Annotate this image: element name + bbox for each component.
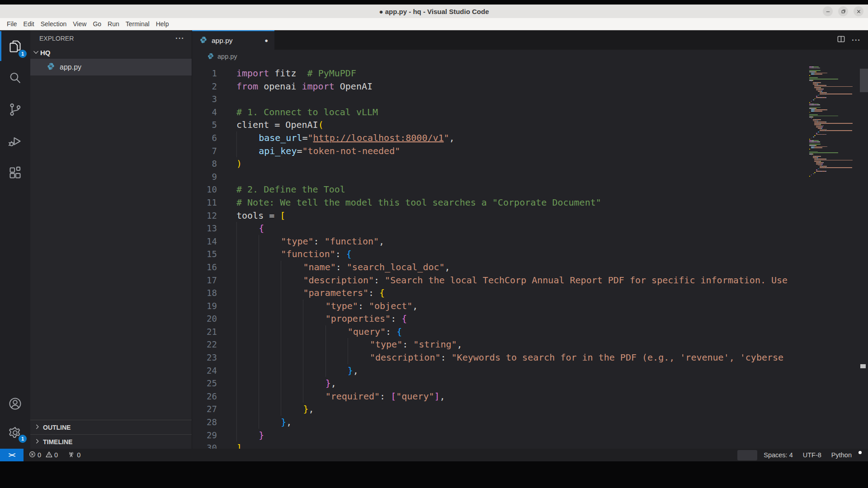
line-number: 8 — [192, 157, 217, 170]
panel-timeline[interactable]: TIMELINE — [30, 434, 192, 449]
line-number: 27 — [192, 403, 217, 416]
line-number: 6 — [192, 131, 217, 145]
breadcrumb[interactable]: app.py — [192, 50, 868, 63]
menu-bar: FileEditSelectionViewGoRunTerminalHelp — [0, 18, 868, 30]
panel-outline[interactable]: OUTLINE — [30, 420, 192, 434]
activity-accounts[interactable] — [0, 389, 30, 418]
code-line: 19"type": "object", — [192, 300, 809, 313]
code-line: 29} — [192, 429, 809, 442]
line-number: 9 — [192, 170, 217, 183]
minimap[interactable] — [809, 66, 859, 449]
sidebar-header: EXPLORER ··· — [30, 30, 192, 47]
activity-bar: 11 — [0, 30, 30, 449]
line-number: 4 — [192, 106, 217, 119]
editor-actions: ··· — [837, 30, 868, 50]
activity-explorer[interactable]: 1 — [0, 30, 30, 62]
notifications-bell[interactable] — [858, 451, 862, 459]
line-number: 11 — [192, 196, 217, 209]
error-icon — [29, 451, 36, 459]
more-actions-icon[interactable]: ··· — [175, 34, 184, 43]
tab-app-py[interactable]: app.py ● — [192, 30, 274, 50]
chevron-right-icon — [34, 438, 41, 446]
line-number: 18 — [192, 286, 217, 300]
code-line: 14"type": "function", — [192, 235, 809, 248]
code-line: 28}, — [192, 416, 809, 429]
code-line: 2from openai import OpenAI — [192, 80, 809, 93]
menu-run[interactable]: Run — [104, 18, 123, 30]
chevron-right-icon — [34, 423, 41, 432]
ports-indicator[interactable]: 0 — [64, 449, 84, 461]
close-button[interactable] — [854, 6, 863, 16]
window-controls — [823, 6, 863, 16]
code-editor[interactable]: 1import fitz # PyMuPDF2from openai impor… — [192, 67, 809, 449]
activity-run-debug[interactable] — [0, 125, 30, 157]
line-number: 21 — [192, 325, 217, 338]
split-editor-icon[interactable] — [837, 35, 845, 45]
line-number: 15 — [192, 248, 217, 261]
code-line: 5client = OpenAI( — [192, 118, 809, 131]
line-number: 13 — [192, 222, 217, 235]
code-line: 10# 2. Define the Tool — [192, 183, 809, 196]
minimize-button[interactable] — [823, 6, 833, 16]
file-name: app.py — [60, 63, 81, 71]
menu-edit[interactable]: Edit — [20, 18, 38, 30]
zoom-indicator[interactable] — [737, 450, 757, 460]
scrollbar-slider[interactable] — [860, 69, 868, 92]
code-line: 15"function": { — [192, 248, 809, 261]
activity-extensions[interactable] — [0, 157, 30, 188]
menu-view[interactable]: View — [70, 18, 90, 30]
code-line: 30] — [192, 441, 809, 449]
line-number: 19 — [192, 300, 217, 313]
menu-go[interactable]: Go — [90, 18, 104, 30]
menu-help[interactable]: Help — [153, 18, 172, 30]
line-number: 10 — [192, 183, 217, 196]
warning-icon — [46, 451, 52, 459]
menu-file[interactable]: File — [4, 18, 20, 30]
modified-dot-icon[interactable]: ● — [264, 37, 268, 44]
editor-group: app.py ● ··· app.py 1import fitz # PyMuP… — [192, 30, 868, 449]
activity-settings[interactable]: 1 — [0, 418, 30, 447]
code-line: 24}, — [192, 364, 809, 377]
restore-button[interactable] — [838, 6, 848, 16]
folder-section-hq[interactable]: HQ — [30, 47, 192, 59]
python-file-icon — [47, 62, 55, 72]
activity-search[interactable] — [0, 62, 30, 94]
code-line: 3 — [192, 93, 809, 106]
indent-indicator[interactable]: Spaces: 4 — [760, 451, 797, 459]
code-line: 21"query": { — [192, 325, 809, 338]
menu-terminal[interactable]: Terminal — [123, 18, 153, 30]
line-number: 24 — [192, 364, 217, 377]
code-line: 7api_key="token-not-needed" — [192, 145, 809, 158]
code-line: 18"parameters": { — [192, 286, 809, 300]
code-line: 6base_url="http://localhost:8000/v1", — [192, 131, 809, 145]
code-line: 1import fitz # PyMuPDF — [192, 67, 809, 80]
broadcast-icon — [68, 451, 75, 459]
file-item-app-py[interactable]: app.py — [30, 59, 192, 75]
line-number: 3 — [192, 93, 217, 106]
editor-more-actions-icon[interactable]: ··· — [852, 36, 861, 45]
line-number: 28 — [192, 416, 217, 429]
code-line: 13{ — [192, 222, 809, 235]
line-number: 23 — [192, 351, 217, 364]
error-count: 0 — [38, 451, 41, 459]
breadcrumb-item[interactable]: app.py — [217, 53, 237, 60]
tab-label: app.py — [212, 37, 233, 45]
python-file-icon — [199, 36, 208, 46]
activity-source-control[interactable] — [0, 94, 30, 125]
sidebar-panels: OUTLINE TIMELINE — [30, 420, 192, 449]
line-number: 2 — [192, 80, 217, 93]
title-bar: ● app.py - hq - Visual Studio Code — [0, 5, 868, 18]
line-number: 17 — [192, 274, 217, 287]
code-line: 27}, — [192, 403, 809, 416]
language-indicator[interactable]: Python — [828, 451, 855, 459]
panel-label: OUTLINE — [43, 424, 71, 431]
workbench: 11 EXPLORER ··· HQ app.py OUTLINE — [0, 30, 868, 449]
menu-selection[interactable]: Selection — [38, 18, 70, 30]
remote-indicator[interactable]: >< — [0, 449, 24, 461]
badge: 1 — [19, 50, 27, 58]
encoding-indicator[interactable]: UTF-8 — [799, 451, 825, 459]
ports-count: 0 — [77, 451, 80, 459]
code-viewport[interactable]: 1import fitz # PyMuPDF2from openai impor… — [192, 63, 868, 449]
line-number: 16 — [192, 261, 217, 274]
problems-indicator[interactable]: 0 0 — [25, 449, 64, 461]
